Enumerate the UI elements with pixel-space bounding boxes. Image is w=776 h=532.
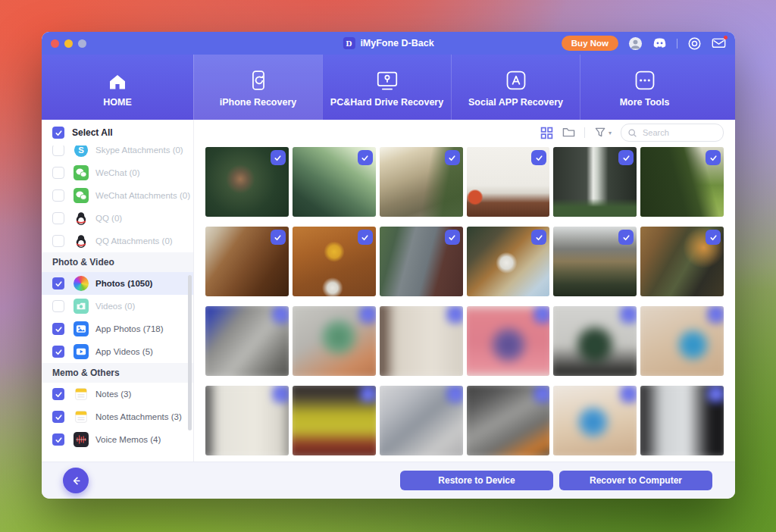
sidebar-item-voice-memos-4[interactable]: Voice Memos (4) xyxy=(42,428,193,451)
photo-thumbnail-cameraman-autumn-forest[interactable] xyxy=(640,227,724,296)
photo-thumbnail-person-brick-wall[interactable] xyxy=(380,227,463,296)
mail-icon[interactable] xyxy=(712,36,726,51)
photo-thumbnail-blurred-photo-11[interactable] xyxy=(553,386,637,455)
photo-thumbnail-blurred-photo-12[interactable] xyxy=(640,386,724,455)
photo-checkbox[interactable] xyxy=(706,230,721,245)
photos-icon xyxy=(74,276,89,291)
photo-checkbox[interactable] xyxy=(621,386,637,402)
item-checkbox[interactable] xyxy=(52,212,64,224)
zoom-window-button[interactable] xyxy=(78,39,86,48)
photo-thumbnail-blurred-photo-7[interactable] xyxy=(205,386,289,455)
back-button[interactable] xyxy=(63,468,89,493)
photo-thumbnail-blurred-photo-9[interactable] xyxy=(380,386,463,455)
photo-checkbox[interactable] xyxy=(360,386,376,402)
photo-thumbnail-blurred-photo-8[interactable] xyxy=(293,386,376,455)
discord-icon[interactable] xyxy=(652,36,667,51)
item-checkbox[interactable] xyxy=(52,323,64,335)
item-checkbox[interactable] xyxy=(52,189,64,202)
photo-checkbox[interactable] xyxy=(273,386,289,402)
photo-thumbnail-blurred-photo-4[interactable] xyxy=(467,306,550,376)
photo-checkbox[interactable] xyxy=(447,306,463,323)
photo-thumbnail-blurred-photo-6[interactable] xyxy=(640,306,724,376)
item-checkbox[interactable] xyxy=(52,388,64,400)
photo-checkbox[interactable] xyxy=(358,230,373,245)
close-window-button[interactable] xyxy=(51,39,59,48)
item-checkbox[interactable] xyxy=(52,411,64,423)
photo-checkbox[interactable] xyxy=(534,306,549,323)
photo-checkbox[interactable] xyxy=(531,230,546,245)
select-all-checkbox[interactable] xyxy=(52,127,64,139)
photo-checkbox[interactable] xyxy=(271,230,286,245)
item-checkbox[interactable] xyxy=(52,346,64,358)
sidebar-item-wechat-attachments-0[interactable]: WeChat Attachments (0) xyxy=(42,184,193,207)
photo-thumbnail-white-kitchen[interactable] xyxy=(467,147,550,217)
sidebar-item-wechat-0[interactable]: WeChat (0) xyxy=(42,161,193,184)
item-checkbox[interactable] xyxy=(52,235,64,247)
photo-checkbox[interactable] xyxy=(271,150,286,165)
sidebar-item-videos-0[interactable]: Videos (0) xyxy=(42,295,193,318)
filter-dropdown[interactable]: ▾ xyxy=(594,127,612,139)
photo-thumbnail-autumn-leaves-selfie[interactable] xyxy=(293,227,376,296)
photo-checkbox[interactable] xyxy=(445,150,460,165)
search-input[interactable] xyxy=(641,127,717,138)
sidebar-item-qq-0[interactable]: QQ (0) xyxy=(42,207,193,230)
photo-checkbox[interactable] xyxy=(621,306,637,323)
sidebar-item-photos-1050[interactable]: Photos (1050) xyxy=(42,272,193,295)
photo-checkbox[interactable] xyxy=(708,386,724,402)
nav-tab-iphone-recovery[interactable]: iPhone Recovery xyxy=(193,55,322,120)
restore-to-device-button[interactable]: Restore to Device xyxy=(400,471,553,490)
photo-checkbox[interactable] xyxy=(531,150,546,165)
footer-bar: Restore to Device Recover to Computer xyxy=(42,462,735,499)
select-all-row[interactable]: Select All xyxy=(42,120,193,146)
sidebar-item-app-photos-718[interactable]: App Photos (718) xyxy=(42,318,193,340)
photo-checkbox[interactable] xyxy=(706,150,721,165)
photo-thumbnail-neuschwanstein-castle[interactable] xyxy=(467,227,550,296)
nav-tab-more-tools[interactable]: More Tools xyxy=(580,55,709,120)
photo-checkbox[interactable] xyxy=(273,306,289,323)
pc-key-icon xyxy=(375,67,399,92)
minimize-window-button[interactable] xyxy=(64,39,73,48)
photo-checkbox[interactable] xyxy=(618,230,634,245)
settings-icon[interactable] xyxy=(687,36,702,51)
grid-view-icon[interactable] xyxy=(540,127,553,139)
photo-thumbnail-waterfall-cliff[interactable] xyxy=(553,147,637,217)
photo-checkbox[interactable] xyxy=(447,386,463,402)
item-checkbox[interactable] xyxy=(52,433,64,446)
sidebar-item-app-videos-5[interactable]: App Videos (5) xyxy=(42,340,193,363)
recover-to-computer-button[interactable]: Recover to Computer xyxy=(559,471,712,490)
photo-thumbnail-blurred-photo-3[interactable] xyxy=(380,306,463,376)
nav-tab-pc-hard-drive-recovery[interactable]: PC&Hard Drive Recovery xyxy=(322,55,451,120)
photo-thumbnail-ivy-covered-house[interactable] xyxy=(640,147,724,217)
photo-thumbnail-forest-path-sunrays[interactable] xyxy=(293,147,376,217)
photo-checkbox[interactable] xyxy=(534,386,549,402)
nav-tab-label: Social APP Recovery xyxy=(468,97,563,108)
item-checkbox[interactable] xyxy=(52,167,64,179)
buy-now-button[interactable]: Buy Now xyxy=(562,36,618,51)
photo-checkbox[interactable] xyxy=(708,306,724,323)
photo-thumbnail-blurred-photo-5[interactable] xyxy=(553,306,637,376)
photo-thumbnail-old-stone-house[interactable] xyxy=(380,147,463,217)
account-avatar-icon[interactable] xyxy=(628,36,643,51)
photo-thumbnail-portrait-woman-plants[interactable] xyxy=(205,147,289,217)
photo-checkbox[interactable] xyxy=(618,150,634,165)
search-box[interactable] xyxy=(621,124,724,142)
photo-checkbox[interactable] xyxy=(445,230,460,245)
photo-thumbnail-vintage-car-interior[interactable] xyxy=(205,227,289,296)
photo-thumbnail-blurred-photo-10[interactable] xyxy=(467,386,550,455)
sidebar-item-notes-attachments-3[interactable]: Notes Attachments (3) xyxy=(42,405,193,428)
sidebar-item-qq-attachments-0[interactable]: QQ Attachments (0) xyxy=(42,230,193,252)
nav-tab-social-app-recovery[interactable]: Social APP Recovery xyxy=(451,55,580,120)
photo-checkbox[interactable] xyxy=(360,306,376,323)
nav-tab-home[interactable]: HOME xyxy=(42,55,193,120)
item-checkbox[interactable] xyxy=(52,144,64,156)
photo-thumbnail-dolomites-mountains[interactable] xyxy=(553,227,637,296)
photo-thumbnail-blurred-photo-2[interactable] xyxy=(293,306,376,376)
photo-thumbnail-blurred-photo-1[interactable] xyxy=(205,306,289,376)
item-checkbox[interactable] xyxy=(52,277,64,289)
photo-checkbox[interactable] xyxy=(358,150,373,165)
sidebar-scrollbar[interactable] xyxy=(188,275,192,430)
sidebar-item-notes-3[interactable]: Notes (3) xyxy=(42,383,193,405)
content-toolbar: ▾ xyxy=(194,120,735,146)
item-checkbox[interactable] xyxy=(52,300,64,312)
folder-view-icon[interactable] xyxy=(562,127,575,139)
